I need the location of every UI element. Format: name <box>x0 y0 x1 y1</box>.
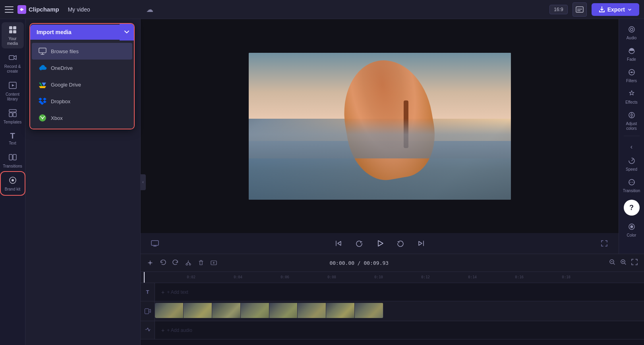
templates-icon <box>8 109 17 119</box>
help-button[interactable]: ? <box>624 200 640 216</box>
import-menu-item-xbox[interactable]: Xbox <box>32 110 132 126</box>
play-button[interactable] <box>373 237 386 250</box>
export-icon <box>599 6 605 13</box>
audio-track-row: + + Add audio <box>141 321 644 339</box>
video-thumb-3 <box>212 303 241 318</box>
skip-forward-button[interactable] <box>415 237 427 250</box>
text-track-header: T <box>141 283 155 301</box>
video-track-content[interactable] <box>155 301 644 321</box>
svg-rect-14 <box>13 154 16 160</box>
logo-area: Clipchamp <box>17 5 59 14</box>
audio-track-content[interactable]: + + Add audio <box>155 321 644 339</box>
timeline-area: 00:00.00 / 00:09.93 <box>141 254 644 345</box>
redo-button[interactable] <box>171 258 180 268</box>
right-tool-adjust-colors[interactable]: Adjust colors <box>621 108 643 133</box>
right-tool-filters[interactable]: Filters <box>621 65 643 86</box>
audio-icon <box>628 25 636 35</box>
panel-collapse-button[interactable]: ‹ <box>140 174 146 190</box>
right-tool-speed[interactable]: Speed <box>621 154 643 174</box>
playhead[interactable] <box>144 272 145 283</box>
delete-button[interactable] <box>196 258 206 268</box>
import-menu-item-browse-files[interactable]: Browse files <box>32 43 132 60</box>
onedrive-icon <box>38 64 47 72</box>
video-thumb-6 <box>298 303 326 318</box>
sidebar-item-templates[interactable]: Templates <box>2 106 24 127</box>
svg-point-26 <box>630 28 633 31</box>
fade-label: Fade <box>627 57 636 62</box>
text-track-row: T + + Add text <box>141 283 644 301</box>
timeline-snap-button[interactable] <box>145 258 155 268</box>
right-tool-fade[interactable]: Fade <box>621 44 643 64</box>
right-tool-audio[interactable]: Audio <box>621 22 643 43</box>
import-menu: Browse files OneDrive <box>30 40 134 129</box>
audio-label: Audio <box>627 36 637 40</box>
video-thumb-1 <box>155 303 184 318</box>
your-media-icon <box>8 25 17 35</box>
right-sidebar: Audio Fade <box>619 19 644 254</box>
fit-timeline-button[interactable] <box>630 257 639 268</box>
color-label: Color <box>627 233 636 238</box>
forward-button[interactable] <box>394 237 407 250</box>
add-audio-placeholder: + + Add audio <box>161 327 192 333</box>
svg-rect-17 <box>39 48 46 53</box>
right-tool-effects[interactable]: Effects <box>621 87 643 107</box>
svg-rect-13 <box>9 154 12 160</box>
add-to-timeline-button[interactable] <box>209 258 219 268</box>
zoom-in-button[interactable] <box>619 257 628 268</box>
right-tool-transition[interactable]: Transition <box>621 175 643 196</box>
google-drive-icon <box>38 80 47 89</box>
sidebar-item-your-media[interactable]: Your media <box>2 22 24 48</box>
hamburger-menu-button[interactable] <box>5 6 14 13</box>
svg-rect-22 <box>151 241 159 245</box>
sidebar-item-content-library[interactable]: Content library <box>2 78 24 104</box>
sidebar-item-brand-kit[interactable]: Brand kit <box>2 173 24 194</box>
export-label: Export <box>607 6 625 13</box>
import-media-button[interactable]: Import media <box>30 25 120 40</box>
effects-label: Effects <box>625 100 637 105</box>
right-tool-color[interactable]: Color <box>621 220 643 240</box>
zoom-out-icon <box>609 259 615 265</box>
import-dropdown-arrow-button[interactable] <box>120 24 134 40</box>
svg-rect-11 <box>9 113 12 117</box>
sidebar-item-record-create[interactable]: Record & create <box>2 50 24 76</box>
sidebar-item-transitions[interactable]: Transitions <box>2 150 24 171</box>
video-thumb-5 <box>269 303 298 318</box>
captions-button[interactable] <box>572 2 587 17</box>
sidebar-item-text[interactable]: T Text <box>2 129 24 148</box>
audio-track-icon <box>145 327 151 333</box>
zoom-in-icon <box>620 259 627 265</box>
topbar: Clipchamp ☁ 16:9 Export <box>0 0 644 19</box>
import-menu-item-google-drive[interactable]: Google Drive <box>32 76 132 93</box>
cut-button[interactable] <box>184 258 193 268</box>
svg-rect-8 <box>9 56 14 60</box>
filters-icon <box>628 68 636 77</box>
export-button[interactable]: Export <box>592 3 639 16</box>
svg-rect-4 <box>9 26 12 29</box>
forward-icon <box>397 240 404 247</box>
zoom-out-button[interactable] <box>607 257 617 268</box>
transition-icon <box>628 178 636 187</box>
timeline-timestamp: 00:00.00 / 00:09.93 <box>329 260 389 266</box>
svg-line-47 <box>625 263 626 264</box>
import-menu-item-dropbox[interactable]: Dropbox <box>32 93 132 110</box>
center-area: Audio Fade <box>141 19 644 345</box>
undo-button[interactable] <box>158 258 168 268</box>
svg-rect-10 <box>9 110 16 112</box>
screen-capture-button[interactable] <box>149 237 161 250</box>
skip-back-button[interactable] <box>332 237 345 250</box>
text-track-content[interactable]: + + Add text <box>155 283 644 301</box>
color-icon <box>628 223 636 232</box>
import-menu-item-onedrive[interactable]: OneDrive <box>32 60 132 76</box>
rewind-button[interactable] <box>353 237 366 250</box>
aspect-ratio-button[interactable]: 16:9 <box>549 5 567 14</box>
svg-rect-48 <box>145 308 149 314</box>
video-title-input[interactable] <box>65 5 141 14</box>
collapse-right-panel-button[interactable]: ‹ <box>621 140 643 153</box>
sidebar-item-your-media-label: Your media <box>3 37 22 46</box>
svg-rect-1 <box>576 7 583 12</box>
fullscreen-button[interactable] <box>598 237 611 250</box>
add-audio-label: + Add audio <box>167 328 192 333</box>
playback-controls <box>141 233 619 254</box>
text-track-icon: T <box>146 289 149 295</box>
snap-icon <box>147 260 153 266</box>
